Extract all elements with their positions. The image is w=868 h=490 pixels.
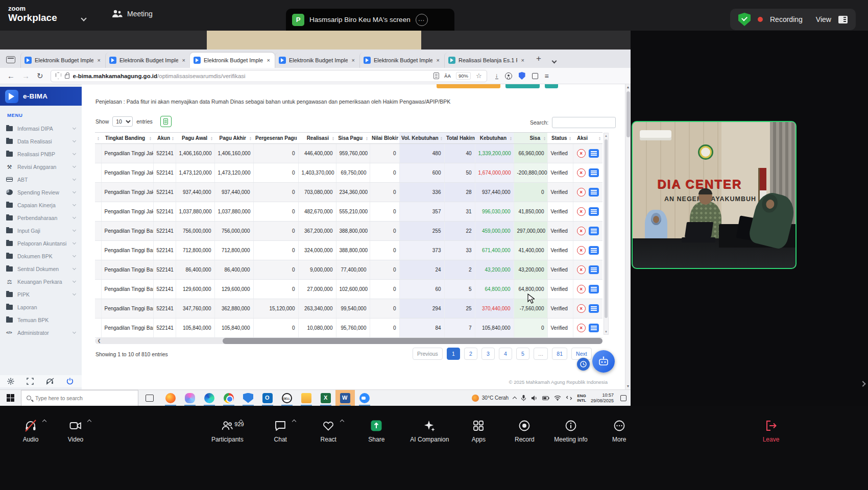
view-button[interactable]: View: [816, 15, 831, 23]
taskbar-app-outlook[interactable]: [258, 390, 277, 406]
detail-button[interactable]: [589, 265, 599, 274]
sidebar-item-realisasi-pnbp[interactable]: Realisasi PNBP: [0, 148, 82, 160]
sidebar-item-pelaporan-akuntansi[interactable]: Pelaporan Akuntansi: [0, 237, 82, 250]
sort-icon[interactable]: ▲▼: [294, 136, 297, 140]
meeting-info-button[interactable]: Meeting info: [554, 419, 587, 443]
sidebar-item-laporan[interactable]: Laporan: [0, 301, 82, 313]
react-caret-icon[interactable]: [340, 420, 344, 424]
sort-icon[interactable]: ▲▼: [249, 136, 252, 140]
sidebar-item-administrator[interactable]: </>Administrator: [0, 326, 82, 339]
detail-button[interactable]: [589, 246, 599, 255]
taskbar-app-word[interactable]: [335, 390, 355, 406]
sidebar-item-input-gaji[interactable]: Input Gaji: [0, 224, 82, 237]
sidebar-item-abt[interactable]: ABT: [0, 173, 82, 186]
translate-icon[interactable]: ĀA: [444, 74, 451, 79]
notification-center-icon[interactable]: [620, 395, 626, 401]
sidebar-item-keuangan-perkara[interactable]: ⚖Keuangan Perkara: [0, 275, 82, 288]
sort-icon[interactable]: ▲▼: [97, 136, 100, 140]
column-header[interactable]: ▲▼: [95, 133, 101, 144]
page-scrollbar[interactable]: ▲ ▼: [625, 84, 631, 389]
detail-button[interactable]: [589, 304, 599, 313]
detail-button[interactable]: [589, 227, 599, 235]
column-header[interactable]: Sisa▲▼: [514, 133, 547, 144]
browser-tab[interactable]: Elektronik Budget Implementa×: [275, 53, 359, 68]
sort-icon[interactable]: ▲▼: [332, 136, 334, 140]
column-header[interactable]: Aksi▲▼: [573, 133, 602, 144]
reject-button[interactable]: ×: [577, 168, 586, 177]
settings-gear-icon[interactable]: [7, 378, 14, 385]
reject-button[interactable]: ×: [577, 304, 586, 313]
tab-close-icon[interactable]: ×: [266, 57, 271, 63]
apps-button[interactable]: Apps: [462, 419, 495, 443]
pagination-page-…[interactable]: …: [534, 348, 548, 360]
reject-button[interactable]: ×: [577, 149, 586, 158]
page-scroll-down-icon[interactable]: ▼: [625, 383, 631, 389]
detail-button[interactable]: [589, 188, 599, 197]
sidebar-item-spending-review[interactable]: Spending Review: [0, 186, 82, 199]
tab-library-icon[interactable]: [6, 56, 15, 63]
export-excel-button[interactable]: [160, 116, 172, 127]
tab-close-icon[interactable]: ×: [181, 57, 186, 63]
video-options-caret-icon[interactable]: [87, 420, 91, 424]
participants-button[interactable]: 929 Participants: [211, 419, 244, 443]
search-input[interactable]: [552, 117, 616, 128]
wifi-tray-icon[interactable]: [554, 395, 561, 401]
mic-tray-icon[interactable]: [521, 395, 526, 401]
sort-icon[interactable]: ▲▼: [172, 136, 174, 140]
forward-button[interactable]: →: [22, 71, 30, 80]
reject-button[interactable]: ×: [577, 324, 586, 332]
column-header[interactable]: Pergeseran Pagu▲▼: [253, 133, 298, 144]
column-header[interactable]: Pagu Akhir▲▼: [214, 133, 253, 144]
audio-button[interactable]: Audio: [14, 419, 47, 443]
chat-caret-icon[interactable]: [292, 420, 296, 424]
ai-assistant-float-button[interactable]: [592, 350, 615, 373]
reload-button[interactable]: ↻: [37, 71, 43, 81]
pagination-page-2[interactable]: 2: [464, 348, 477, 360]
account-icon[interactable]: [505, 72, 512, 80]
protection-shield-icon[interactable]: [519, 72, 525, 80]
column-header[interactable]: Tingkat Banding▲▼: [101, 133, 153, 144]
sort-icon[interactable]: ▲▼: [598, 136, 601, 140]
scroll-left-icon[interactable]: ❮: [96, 338, 102, 344]
reject-button[interactable]: ×: [577, 207, 586, 216]
back-button[interactable]: ←: [7, 71, 15, 80]
column-header[interactable]: Pagu Awal▲▼: [176, 133, 214, 144]
audio-muted-icon[interactable]: [46, 378, 54, 385]
chat-button[interactable]: Chat: [264, 419, 297, 443]
history-float-button[interactable]: [577, 358, 590, 371]
view-layout-icon[interactable]: [838, 16, 848, 23]
speaker-tray-icon[interactable]: [531, 395, 538, 401]
sort-icon[interactable]: ▲▼: [366, 136, 368, 140]
power-icon[interactable]: [66, 378, 74, 385]
taskbar-clock[interactable]: 10:5729/08/2025: [591, 393, 614, 404]
video-button[interactable]: Video: [59, 419, 92, 443]
scroll-up-icon[interactable]: ▲: [604, 133, 608, 138]
panel-collapse-chevron-icon[interactable]: [860, 381, 865, 386]
table-horizontal-scrollbar[interactable]: ❮: [95, 338, 602, 344]
fullscreen-icon[interactable]: [27, 378, 34, 385]
sort-icon[interactable]: ▲▼: [210, 136, 213, 140]
sort-icon[interactable]: ▲▼: [395, 136, 398, 140]
pagination-previous[interactable]: Previous: [413, 348, 443, 360]
taskbar-search-input[interactable]: [35, 395, 122, 401]
more-button[interactable]: More: [603, 419, 636, 443]
browser-tab[interactable]: Realisasi Belanja Es.1 Per Jenis×: [444, 53, 529, 68]
reject-button[interactable]: ×: [577, 265, 586, 274]
hscrollbar-thumb[interactable]: [223, 338, 602, 344]
page-scroll-up-icon[interactable]: ▲: [625, 84, 631, 90]
reject-button[interactable]: ×: [577, 246, 586, 255]
sidebar-item-temuan-bpk[interactable]: Temuan BPK: [0, 313, 82, 326]
tab-list-chevron-icon[interactable]: [552, 56, 556, 65]
record-button[interactable]: Record: [508, 419, 541, 443]
sidebar-item-revisi-anggaran[interactable]: ⚒Revisi Anggaran: [0, 160, 82, 173]
workspace-chevron-icon[interactable]: [81, 15, 86, 21]
battery-tray-icon[interactable]: [542, 396, 549, 401]
sidebar-item-perbendaharaan[interactable]: Perbendaharaan: [0, 211, 82, 224]
sort-icon[interactable]: ▲▼: [149, 136, 152, 140]
browser-tab[interactable]: Elektronik Budget Implementa×: [105, 53, 190, 68]
browser-tab[interactable]: Elektronik Budget Implementa×: [359, 53, 444, 68]
sort-icon[interactable]: ▲▼: [510, 136, 512, 140]
detail-button[interactable]: [589, 324, 599, 332]
address-bar[interactable]: e-bima.mahkamahagung.go.id/optimalisasis…: [51, 70, 487, 82]
security-shield-icon[interactable]: [738, 13, 751, 26]
